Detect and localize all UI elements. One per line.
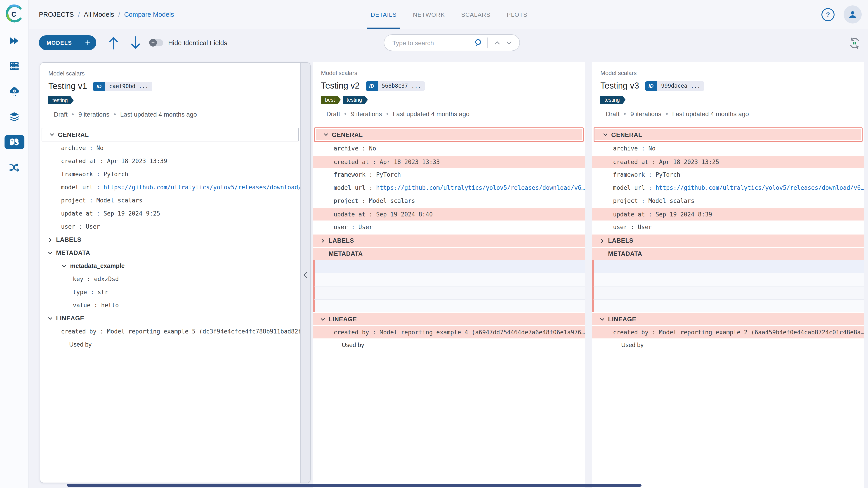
section-row-general[interactable]: GENERAL — [41, 128, 299, 141]
chevron-left-icon — [303, 271, 307, 278]
field-label: created at — [334, 159, 369, 165]
sidebar-item-projects[interactable] — [4, 34, 24, 48]
tab-plots[interactable]: PLOTS — [507, 0, 527, 29]
collapse-panel-button[interactable] — [300, 63, 310, 483]
tab-details[interactable]: DETAILS — [371, 0, 397, 29]
status-item: Last updated 4 months ago — [393, 110, 469, 118]
section-row-lineage[interactable]: LINEAGE — [40, 312, 300, 325]
section-row-lineage[interactable]: LINEAGE — [592, 312, 864, 325]
status-item: 9 iterations — [79, 111, 110, 118]
model-name: Testing v3 — [600, 81, 639, 91]
search-next-button[interactable] — [503, 37, 515, 48]
search-input[interactable] — [392, 39, 474, 47]
field-row-user: user : User — [313, 221, 585, 234]
section-row-metadata[interactable]: METADATA — [40, 246, 300, 259]
field-value: PyTorch — [376, 171, 401, 178]
pipelines-icon — [8, 162, 21, 173]
detail-rows: GENERALarchive : Nocreated at : Apr 18 2… — [40, 128, 300, 351]
clearml-logo-icon[interactable]: c — [5, 4, 24, 23]
tab-scalars[interactable]: SCALARS — [461, 0, 491, 29]
svg-text:c: c — [11, 8, 16, 19]
dot-separator — [114, 113, 116, 115]
breadcrumb-all-models[interactable]: All Models — [84, 11, 114, 18]
chevron-right-icon — [48, 237, 53, 242]
dot-separator — [666, 113, 668, 115]
chevron-down-icon — [48, 316, 53, 321]
field-value: User — [86, 223, 100, 230]
section-row-labels[interactable]: LABELS — [40, 233, 300, 246]
model-card-testing-v2: Model scalarsTesting v2ID568b8c37 ...bes… — [313, 62, 585, 488]
status-row: Draft9 iterationsLast updated 4 months a… — [327, 110, 579, 118]
field-value: No — [96, 144, 103, 151]
field-value-link[interactable]: https://github.com/ultralytics/yolov5/re… — [103, 184, 300, 191]
sidebar-item-pipelines[interactable] — [4, 160, 24, 174]
subsection-label: metadata_example — [70, 263, 125, 269]
person-icon — [847, 9, 858, 20]
id-badge[interactable]: IDcaef90bd ... — [93, 82, 152, 91]
tag-testing[interactable]: testing — [343, 96, 368, 104]
id-badge[interactable]: ID999dacea ... — [645, 81, 704, 91]
models-icon — [8, 136, 21, 148]
field-row-project: project : Model scalars — [313, 194, 585, 207]
add-model-button[interactable]: + — [79, 36, 96, 50]
tag-testing[interactable]: testing — [49, 96, 74, 104]
workers-queues-icon — [8, 61, 21, 72]
field-row-model-url: model url : https://github.com/ultralyti… — [40, 181, 300, 194]
field-value: Sep 19 2024 8:39 — [655, 211, 712, 218]
id-badge[interactable]: ID568b8c37 ... — [366, 81, 425, 91]
model-card-testing-v3: Model scalarsTesting v3ID999dacea ...tes… — [592, 62, 864, 488]
field-row-user: user : User — [40, 220, 300, 233]
field-row-created-at: created at : Apr 18 2023 13:25 — [592, 155, 864, 168]
field-value-link[interactable]: https://github.com/ultralytics/yolov5/re… — [376, 184, 585, 191]
field-value-link[interactable]: https://github.com/ultralytics/yolov5/re… — [655, 184, 864, 191]
hide-identical-fields-label: Hide Identical Fields — [168, 39, 227, 46]
auto-refresh-button[interactable] — [848, 37, 861, 49]
field-value: hello — [101, 302, 119, 308]
user-avatar[interactable] — [844, 5, 862, 24]
field-row-update-at: update at : Sep 19 2024 8:40 — [313, 207, 585, 221]
section-row-general[interactable]: GENERAL — [314, 127, 584, 142]
chevron-right-icon — [320, 238, 326, 243]
app-window: c PROJECTS / All Models / Compare Models… — [0, 0, 868, 488]
tab-bar: DETAILS NETWORK SCALARS PLOTS — [371, 0, 527, 29]
field-value: PyTorch — [103, 171, 128, 177]
sidebar-item-autoscalers[interactable] — [4, 85, 24, 98]
section-row-lineage[interactable]: LINEAGE — [313, 312, 585, 325]
tag-testing[interactable]: testing — [600, 96, 626, 104]
dot-separator — [624, 113, 626, 115]
field-row-created-by: created by : Model reporting example 2 (… — [592, 325, 864, 338]
next-diff-button[interactable] — [130, 37, 142, 49]
subfield-row-key: key : edxzDsd — [40, 272, 300, 286]
field-label: project — [61, 197, 86, 204]
subsection-row-metadata-example[interactable]: metadata_example — [40, 259, 300, 272]
section-row-labels[interactable]: LABELS — [313, 234, 585, 247]
tag-best[interactable]: best — [321, 96, 341, 104]
field-label: created at — [613, 159, 649, 165]
models-button[interactable]: MODELS — [39, 39, 79, 46]
tab-network[interactable]: NETWORK — [413, 0, 445, 29]
model-card-header: Model scalarsTesting v3ID999dacea ...tes… — [592, 62, 864, 118]
sidebar-item-models[interactable] — [4, 135, 24, 149]
field-row-project: project : Model scalars — [40, 194, 300, 207]
field-label: framework — [613, 171, 645, 178]
breadcrumb-compare-models[interactable]: Compare Models — [124, 11, 174, 18]
section-row-general[interactable]: GENERAL — [594, 127, 863, 142]
status-item: Draft — [327, 110, 340, 118]
arrow-up-icon — [107, 36, 119, 50]
sidebar-item-workers-queues[interactable] — [4, 59, 24, 73]
section-label: LINEAGE — [56, 315, 84, 322]
field-label: update at — [334, 211, 366, 218]
horizontal-scrollbar[interactable] — [67, 484, 642, 487]
search-icon[interactable] — [474, 38, 483, 47]
field-value: Model reporting example 2 (6aa459b4ef0e4… — [659, 329, 864, 336]
field-label: project — [334, 197, 359, 204]
sidebar-item-datasets[interactable] — [4, 110, 24, 124]
field-row-update-at: update at : Sep 19 2024 9:25 — [40, 207, 300, 220]
field-row-project: project : Model scalars — [592, 194, 864, 207]
breadcrumb-projects[interactable]: PROJECTS — [39, 11, 74, 18]
prev-diff-button[interactable] — [107, 37, 119, 49]
hide-identical-fields-toggle[interactable] — [150, 39, 163, 46]
section-row-labels[interactable]: LABELS — [592, 234, 864, 247]
help-icon[interactable]: ? — [822, 8, 835, 21]
search-prev-button[interactable] — [491, 37, 503, 48]
